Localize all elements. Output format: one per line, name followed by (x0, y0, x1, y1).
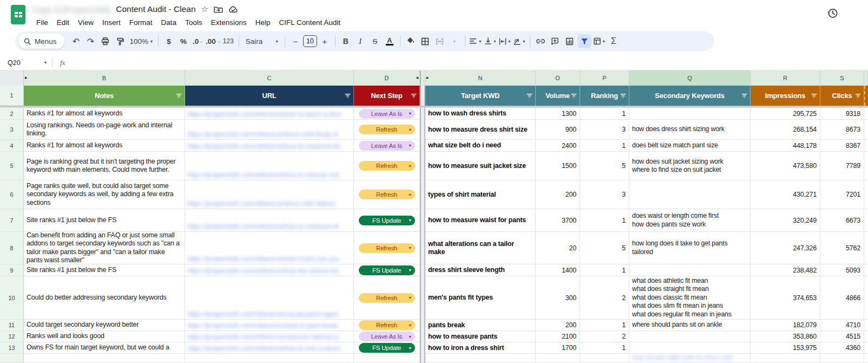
chevron-down-icon[interactable]: ▾ (409, 218, 411, 223)
header-secondary-keywords[interactable]: Secondary Keywords (629, 86, 751, 106)
insert-comment-button[interactable] (548, 34, 562, 48)
url-cell[interactable]: https://propercloth.com/reference/casual… (185, 276, 354, 320)
paint-format-button[interactable] (113, 34, 127, 48)
chevron-down-icon[interactable]: ▾ (409, 164, 411, 168)
next-step-dropdown[interactable]: Leave As Is▾ (359, 141, 415, 151)
url-cell[interactable]: https://propercloth.com/reference/how-to… (185, 152, 354, 180)
column-header-d[interactable]: D◂ (354, 70, 420, 86)
redo-button[interactable]: ↷ (84, 34, 98, 48)
row-number[interactable]: 10 (0, 276, 24, 320)
row-number[interactable]: 11 (0, 320, 24, 331)
row-number[interactable]: 6 (0, 180, 24, 209)
next-step-dropdown[interactable]: Refresh▾ (359, 161, 415, 171)
header-impressions[interactable]: Impressions (751, 86, 820, 106)
more-formats-button[interactable]: 123 (221, 34, 235, 48)
functions-button[interactable]: Σ (607, 34, 621, 48)
next-step-dropdown[interactable]: Refresh▾ (359, 320, 415, 330)
menu-insert[interactable]: Insert (98, 17, 124, 28)
url-link-blurred[interactable]: https://propercloth.com/reference/casual… (187, 310, 339, 318)
url-cell[interactable]: https://propercloth.com/reference/how-to… (185, 342, 354, 354)
chevron-down-icon[interactable]: ▾ (409, 295, 411, 300)
column-header-c[interactable]: C (185, 70, 354, 86)
format-percent-button[interactable]: % (176, 34, 190, 48)
text-rotation-button[interactable]: A▾ (512, 34, 527, 48)
column-header-b[interactable]: ▸B (24, 70, 185, 86)
chevron-down-icon[interactable]: ▾ (409, 334, 411, 339)
row-number[interactable]: 12 (0, 331, 24, 342)
column-header-q[interactable]: Q (629, 70, 751, 86)
header-clicks[interactable]: Clicks (820, 86, 864, 106)
format-currency-button[interactable]: $ (162, 34, 176, 48)
zoom-select[interactable]: 100%▾ (128, 34, 155, 48)
header-ranking[interactable]: Ranking (580, 86, 629, 106)
row-number[interactable]: 3 (0, 120, 24, 140)
next-step-dropdown[interactable]: FS Update▾ (359, 265, 415, 275)
create-filter-button[interactable] (577, 34, 591, 48)
chevron-down-icon[interactable]: ▾ (409, 143, 411, 148)
frozen-pane-divider[interactable] (420, 70, 425, 86)
move-folder-icon[interactable] (214, 5, 223, 14)
name-box[interactable]: Q20 ▾ (0, 59, 52, 67)
chevron-down-icon[interactable]: ▾ (409, 323, 411, 328)
next-step-dropdown[interactable]: Leave As Is▾ (359, 109, 415, 119)
menu-extensions[interactable]: Extensions (207, 17, 251, 28)
doc-title[interactable]: Content Audit - Clean (116, 4, 195, 14)
url-link-blurred[interactable]: https://propercloth.com/reference/what-i… (187, 322, 338, 329)
chevron-down-icon[interactable]: ▾ (409, 192, 411, 197)
menu-data[interactable]: Data (157, 17, 181, 28)
header-next-step[interactable]: Next Step (354, 86, 420, 106)
next-step-dropdown[interactable]: FS Update▾ (359, 216, 415, 225)
header-url[interactable]: URL (185, 86, 354, 106)
row-number[interactable]: 13 (0, 342, 24, 354)
row-number[interactable]: 7 (0, 209, 24, 232)
insert-chart-button[interactable] (563, 34, 577, 48)
bold-button[interactable]: B (339, 34, 353, 48)
row-number[interactable]: 1 (0, 86, 24, 106)
next-step-dropdown[interactable]: Refresh▾ (359, 293, 415, 303)
menu-tools[interactable]: Tools (181, 17, 206, 28)
column-header-p[interactable]: P (580, 70, 629, 86)
print-button[interactable] (98, 34, 113, 48)
header-volume[interactable]: Volume (536, 86, 580, 106)
url-link-blurred[interactable]: https://propercloth.com/reference/measur… (187, 333, 339, 341)
next-step-dropdown[interactable]: Leave As Is▾ (359, 332, 415, 341)
next-step-dropdown[interactable]: FS Update▾ (359, 343, 415, 353)
increase-font-size-button[interactable]: + (318, 34, 332, 48)
header-notes[interactable]: Notes (24, 86, 185, 106)
url-link-blurred[interactable]: https://propercloth.com/reference/how-to… (187, 142, 340, 150)
star-icon[interactable]: ☆ (201, 4, 208, 14)
url-cell[interactable]: https://propercloth.com/reference/how-mu… (185, 232, 354, 264)
filter-views-button[interactable]: ▾ (592, 34, 606, 48)
increase-decimal-button[interactable]: .00→ (206, 34, 221, 48)
url-link-blurred[interactable]: https://propercloth.com/reference/dress-… (187, 200, 336, 208)
insert-link-button[interactable] (534, 34, 548, 48)
horizontal-align-button[interactable]: ▾ (469, 34, 483, 48)
row-number[interactable]: 5 (0, 152, 24, 180)
hidden-column-indicator-icon[interactable]: ◂ (416, 75, 418, 80)
chevron-down-icon[interactable]: ▾ (409, 245, 411, 250)
hidden-column-indicator-icon[interactable]: ▸ (426, 75, 429, 80)
name-box-caret-icon[interactable]: ▾ (44, 60, 47, 65)
font-select[interactable]: Saira▾ (242, 34, 281, 48)
font-size-input[interactable]: 10 (303, 35, 317, 47)
row-number[interactable]: 8 (0, 232, 24, 264)
chevron-down-icon[interactable]: ▾ (409, 346, 411, 351)
text-wrap-button[interactable]: ▾ (498, 34, 512, 48)
url-link-blurred[interactable]: https://propercloth.com/reference/how-to… (187, 111, 341, 118)
column-header-o[interactable]: O (536, 70, 580, 86)
menu-help[interactable]: Help (252, 17, 274, 28)
chevron-down-icon[interactable]: ▾ (409, 127, 411, 132)
chevron-down-icon[interactable]: ▾ (409, 268, 411, 273)
menus-button[interactable]: Menus (18, 34, 64, 49)
menu-view[interactable]: View (74, 17, 97, 28)
column-header-s[interactable]: S (820, 70, 864, 86)
url-cell[interactable]: https://propercloth.com/reference/what-i… (185, 320, 354, 331)
strikethrough-button[interactable]: S (368, 34, 382, 48)
url-link-blurred[interactable]: https://propercloth.com/reference/dress-… (187, 131, 338, 138)
header-target-kwd[interactable]: Target KWD (425, 86, 536, 106)
row-number[interactable]: 4 (0, 140, 24, 152)
url-link-blurred[interactable]: https://propercloth.com/reference/how-to… (187, 345, 340, 352)
row-number[interactable]: 9 (0, 264, 24, 276)
undo-button[interactable]: ↶ (69, 34, 83, 48)
decrease-font-size-button[interactable]: − (288, 34, 303, 48)
